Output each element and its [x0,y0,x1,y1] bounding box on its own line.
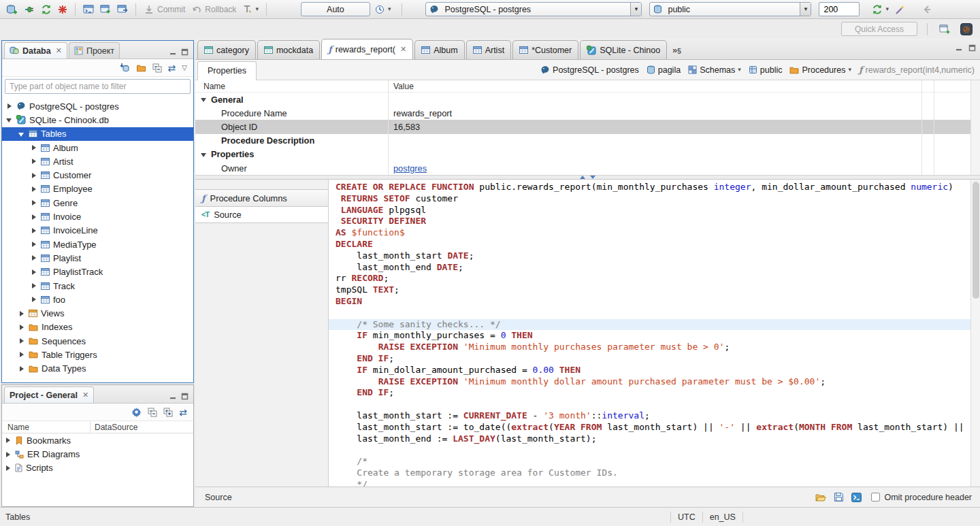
open-sql-editor-button[interactable] [81,3,96,16]
back-button[interactable] [919,3,934,16]
breadcrumb-item-public[interactable]: public [749,65,783,75]
new-folder-icon[interactable] [136,64,146,72]
editor-tab-artist[interactable]: Artist [466,40,511,59]
collapse-all-icon[interactable] [148,408,157,417]
section-procedure-columns[interactable]: ƒProcedure Columns [195,189,328,206]
schema-combo[interactable]: public▼ [649,2,811,16]
tree-item-views[interactable]: Views [2,306,193,320]
expand-arrow[interactable] [18,324,25,331]
tree-item-employee[interactable]: Employee [2,182,193,196]
expand-arrow[interactable] [31,144,37,151]
expand-arrow[interactable] [18,131,25,137]
tree-item-foo[interactable]: foo [2,293,193,306]
tree-item-playlist[interactable]: Playlist [2,251,193,265]
timezone-label[interactable]: UTC [678,512,696,522]
chevron-down-icon[interactable]: ▾ [848,67,851,73]
maximize-icon[interactable] [968,44,976,52]
expand-arrow[interactable] [6,103,13,110]
chevron-down-icon[interactable]: ▾ [738,67,741,73]
save-to-file-button[interactable] [834,492,844,502]
editor-tab-customer[interactable]: *Customer [512,40,578,59]
new-sql-editor-button[interactable] [98,3,113,16]
sql-generator-button[interactable] [893,3,908,16]
link-editor-icon[interactable]: ⇄ [179,408,187,417]
tree-item-table-triggers[interactable]: Table Triggers [2,348,193,361]
chevron-down-icon[interactable]: ▼ [630,3,641,16]
expand-arrow[interactable] [31,172,37,179]
expand-arrow[interactable] [18,338,25,344]
dbeaver-perspective-button[interactable] [958,22,975,37]
breadcrumb-item-procedures[interactable]: Procedures▾ [789,65,851,75]
project-item-er-diagrams[interactable]: ER Diagrams [2,447,193,461]
expand-arrow[interactable] [31,186,37,193]
property-row-general[interactable]: General [195,93,980,106]
tab-project-general[interactable]: Project - General ✕ [4,387,94,403]
tab-overflow-indicator[interactable]: »5 [672,46,681,55]
fetch-size-input[interactable] [819,2,860,16]
property-value[interactable]: 16,583 [388,122,420,132]
minimize-icon[interactable] [956,44,963,52]
recent-sql-editor-button[interactable] [115,3,130,16]
source-scrollbar[interactable] [970,180,980,487]
expand-arrow[interactable] [31,282,37,289]
close-icon[interactable]: ✕ [56,47,62,54]
commit-button[interactable]: Commit [142,3,187,16]
expand-all-icon[interactable] [163,408,173,417]
object-filter-input[interactable] [10,82,186,91]
source-editor[interactable]: CREATE OR REPLACE FUNCTION public.reward… [329,180,970,487]
tab-properties[interactable]: Properties [197,61,257,80]
minimize-icon[interactable] [169,48,177,56]
close-icon[interactable]: ✕ [82,391,88,399]
maximize-icon[interactable] [181,393,189,400]
properties-scrollbar[interactable] [970,80,980,175]
tree-item-invoice[interactable]: Invoice [2,210,193,223]
transaction-mode-button[interactable]: ▾ [240,3,261,16]
expand-arrow[interactable] [201,151,208,158]
tree-item-tables[interactable]: Tables [2,127,193,141]
expand-arrow[interactable] [18,310,25,317]
link-editor-icon[interactable]: ⇄ [168,63,176,73]
property-row-procedure-name[interactable]: Procedure Namerewards_report [195,106,980,120]
expand-arrow[interactable] [5,465,12,472]
load-from-file-button[interactable] [815,493,826,502]
tree-item-invoiceline[interactable]: InvoiceLine [2,224,193,237]
tree-item-sequences[interactable]: Sequences [2,334,193,348]
locale-label[interactable]: en_US [710,512,736,522]
tree-item-track[interactable]: Track [2,279,193,293]
expand-arrow[interactable] [5,437,12,444]
editor-tab-album[interactable]: Album [414,40,464,59]
source-scroll-thumb[interactable] [973,182,979,299]
expand-arrow[interactable] [31,269,37,276]
pane-sash[interactable] [195,175,980,180]
new-connection-button[interactable] [4,3,20,16]
breadcrumb-item-pagila[interactable]: pagila [647,65,681,75]
view-menu-icon[interactable]: ▽ [182,65,187,71]
connect-button[interactable] [22,3,37,16]
tree-item-artist[interactable]: Artist [2,154,193,168]
expand-arrow[interactable] [31,227,37,234]
tree-item-mediatype[interactable]: MediaType [2,237,193,251]
expand-arrow[interactable] [18,351,25,358]
expand-arrow[interactable] [31,158,37,165]
breadcrumb-item-postgresql-postgres[interactable]: PostgreSQL - postgres [540,65,639,75]
rollback-button[interactable]: Rollback [189,3,238,16]
auto-commit-combo[interactable]: Auto [301,2,370,16]
reconnect-button[interactable] [39,3,54,16]
column-divider[interactable] [934,80,934,175]
tab-projects[interactable]: Проект [69,42,120,59]
section-source[interactable]: <TSource [195,206,328,223]
gear-icon[interactable] [131,407,142,417]
connection-combo[interactable]: PostgreSQL - postgres▼ [425,2,642,16]
tree-item-indexes[interactable]: Indexes [2,320,193,334]
column-divider[interactable] [388,80,389,175]
editor-tab-rewards-report[interactable]: ƒrewards_report(✕ [321,39,413,59]
property-row-procedure-description[interactable]: Procedure Description [195,134,980,148]
collapse-up-icon[interactable] [580,176,585,179]
chevron-down-icon[interactable]: ▼ [800,3,811,16]
property-value[interactable]: postgres [388,163,427,174]
close-icon[interactable]: ✕ [400,46,406,53]
refresh-button[interactable]: ▾ [870,3,891,16]
tree-item-postgresql-postgres[interactable]: PostgreSQL - postgres [2,99,193,113]
property-row-object-id[interactable]: Object ID16,583 [195,120,980,133]
open-in-sql-console-button[interactable] [851,493,862,502]
